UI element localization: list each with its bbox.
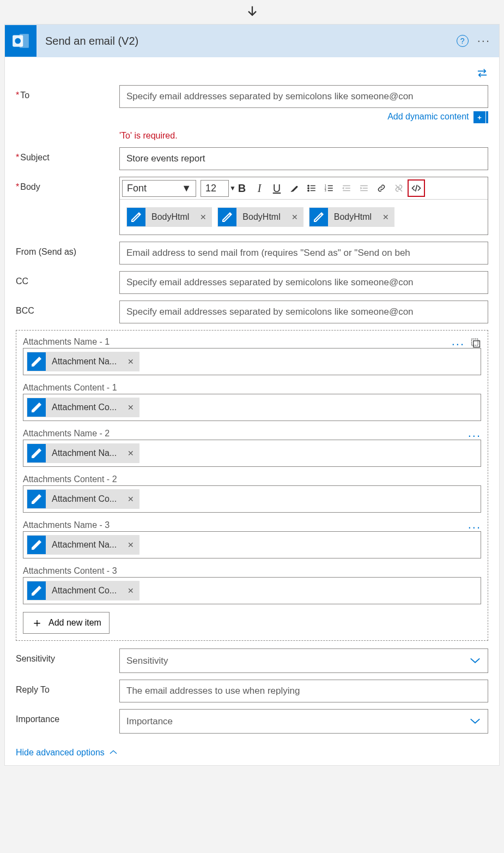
attachment-name-1-input[interactable]: Attachment Na... ✕ (23, 348, 481, 375)
font-size-select[interactable]: 12▼ (201, 180, 229, 197)
attachment-content-1-input[interactable]: Attachment Co... ✕ (23, 394, 481, 421)
attachment-name-3-input[interactable]: Attachment Na... ✕ (23, 531, 481, 558)
chevron-down-icon (469, 654, 481, 667)
body-content-area[interactable]: BodyHtml ✕ BodyHtml ✕ BodyHtml ✕ (120, 200, 488, 235)
compose-icon (27, 352, 46, 371)
unlink-button[interactable] (390, 179, 408, 197)
attachment-name-2-input[interactable]: Attachment Na... ✕ (23, 440, 481, 467)
outdent-button[interactable] (338, 179, 355, 197)
help-icon[interactable]: ? (457, 35, 469, 47)
chevron-down-icon (469, 715, 481, 728)
cc-label: CC (16, 271, 119, 286)
header-menu-icon[interactable]: ··· (477, 34, 490, 48)
attachment-item-menu-icon[interactable]: ··· (468, 429, 481, 443)
add-new-item-button[interactable]: ＋ Add new item (23, 612, 110, 634)
compose-icon (27, 398, 46, 417)
compose-icon (27, 444, 46, 462)
to-input[interactable] (119, 85, 488, 108)
bullet-list-button[interactable] (303, 179, 320, 197)
remove-token-icon[interactable]: ✕ (122, 540, 139, 549)
attachment-token[interactable]: Attachment Na... ✕ (27, 535, 139, 555)
attachment-content-3-label: Attachments Content - 3 (23, 566, 481, 576)
dynamic-content-icon[interactable]: + (473, 111, 485, 123)
sensitivity-label: Sensitivity (16, 648, 119, 664)
compose-icon (27, 581, 46, 600)
attachment-content-2-input[interactable]: Attachment Co... ✕ (23, 485, 481, 513)
attachment-token[interactable]: Attachment Na... ✕ (27, 352, 139, 371)
sensitivity-select[interactable]: Sensitivity (119, 648, 488, 673)
bcc-label: BCC (16, 301, 119, 316)
remove-token-icon[interactable]: ✕ (122, 495, 139, 503)
action-title: Send an email (V2) (37, 35, 457, 47)
from-input[interactable] (119, 242, 488, 265)
remove-token-icon[interactable]: ✕ (122, 403, 139, 412)
italic-button[interactable]: I (251, 179, 268, 197)
link-button[interactable] (373, 179, 390, 197)
cc-input[interactable] (119, 271, 488, 294)
attachments-section: Attachments Name - 1 ··· Attachment Na..… (16, 330, 488, 641)
remove-token-icon[interactable]: ✕ (377, 213, 394, 221)
body-token[interactable]: BodyHtml ✕ (217, 207, 303, 227)
action-card: Send an email (V2) ? ··· *To Add dynamic… (4, 24, 500, 766)
attachment-item-menu-icon[interactable]: ··· (452, 337, 465, 351)
body-token[interactable]: BodyHtml ✕ (309, 207, 394, 227)
attachment-content-3-input[interactable]: Attachment Co... ✕ (23, 577, 481, 604)
attachment-token[interactable]: Attachment Co... ✕ (27, 398, 139, 417)
attachment-content-1-label: Attachments Content - 1 (23, 383, 481, 393)
attachment-token[interactable]: Attachment Na... ✕ (27, 443, 139, 463)
add-dynamic-content-link[interactable]: Add dynamic content (387, 112, 469, 121)
to-error-text: 'To' is required. (119, 131, 488, 141)
body-label: *Body (16, 177, 119, 192)
bcc-input[interactable] (119, 301, 488, 323)
font-select[interactable]: Font▼ (122, 180, 196, 197)
action-header[interactable]: Send an email (V2) ? ··· (5, 25, 499, 57)
rte-toolbar: Font▼ 12▼ B I U 123 (120, 177, 488, 200)
importance-select[interactable]: Importance (119, 709, 488, 734)
swap-icon[interactable] (476, 68, 488, 80)
attachment-name-1-label: Attachments Name - 1 (23, 337, 481, 347)
attachment-token[interactable]: Attachment Co... ✕ (27, 489, 139, 509)
remove-token-icon[interactable]: ✕ (122, 357, 139, 366)
svg-rect-10 (473, 341, 480, 347)
subject-label: *Subject (16, 147, 119, 163)
compose-icon (27, 536, 46, 554)
attachment-name-3-label: Attachments Name - 3 (23, 520, 481, 530)
to-label: *To (16, 85, 119, 100)
importance-label: Importance (16, 709, 119, 724)
hide-advanced-options-link[interactable]: Hide advanced options (16, 748, 118, 758)
remove-token-icon[interactable]: ✕ (122, 586, 139, 595)
body-token[interactable]: BodyHtml ✕ (126, 207, 212, 227)
svg-text:3: 3 (325, 189, 326, 192)
reply-to-input[interactable] (119, 680, 488, 702)
underline-button[interactable]: U (268, 179, 286, 197)
remove-token-icon[interactable]: ✕ (195, 213, 212, 221)
subject-input[interactable] (119, 147, 488, 170)
outlook-icon (5, 25, 37, 57)
reply-to-label: Reply To (16, 680, 119, 695)
compose-icon (309, 208, 328, 226)
attachment-token[interactable]: Attachment Co... ✕ (27, 581, 139, 600)
svg-point-5 (308, 190, 309, 191)
array-mode-icon[interactable] (470, 338, 481, 351)
flow-arrow (4, 4, 500, 22)
compose-icon (127, 208, 145, 226)
attachment-content-2-label: Attachments Content - 2 (23, 474, 481, 484)
remove-token-icon[interactable]: ✕ (286, 213, 303, 221)
code-view-button[interactable] (408, 179, 425, 197)
svg-rect-1 (20, 34, 29, 48)
svg-point-2 (15, 38, 21, 44)
indent-button[interactable] (355, 179, 373, 197)
numbered-list-button[interactable]: 123 (320, 179, 338, 197)
bold-button[interactable]: B (233, 179, 251, 197)
attachment-name-2-label: Attachments Name - 2 (23, 429, 481, 438)
attachment-item-menu-icon[interactable]: ··· (468, 520, 481, 534)
svg-rect-9 (472, 339, 478, 346)
svg-point-4 (308, 188, 309, 189)
plus-icon: ＋ (31, 617, 43, 629)
compose-icon (218, 208, 236, 226)
remove-token-icon[interactable]: ✕ (122, 449, 139, 458)
body-editor: Font▼ 12▼ B I U 123 (119, 177, 488, 235)
chevron-up-icon (109, 748, 118, 758)
from-label: From (Send as) (16, 242, 119, 257)
color-button[interactable] (286, 179, 303, 197)
